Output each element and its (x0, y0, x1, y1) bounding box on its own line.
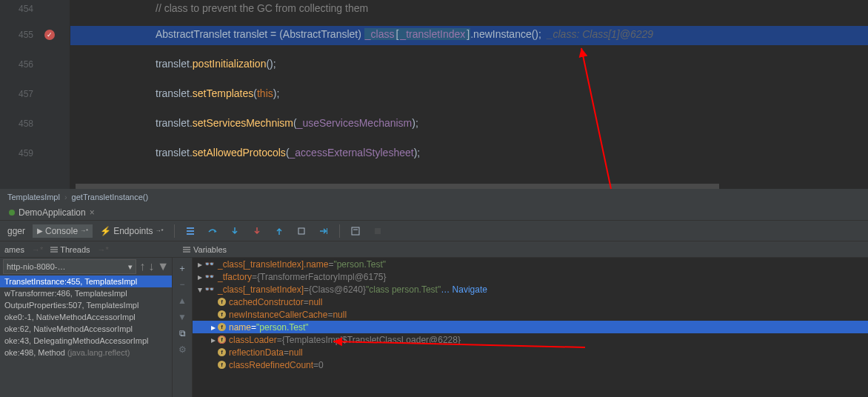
remove-watch-icon[interactable]: − (176, 278, 188, 290)
copy-icon[interactable]: ⧉ (176, 327, 188, 339)
nav-down-icon[interactable]: ↓ (148, 260, 154, 273)
field-icon: f (218, 348, 226, 356)
tab-debugger[interactable]: gger (3, 224, 30, 238)
frames-panel: http-nio-8080-…▾ ↑ ↓ ▼ TransletInstance:… (0, 241, 172, 397)
variable-row[interactable]: fcachedConstructor = null (193, 296, 868, 308)
line-number: 454 (4, 4, 33, 14)
chevron-right-icon: › (64, 193, 67, 201)
tab-frames[interactable]: ames (4, 245, 24, 254)
navigate-link[interactable]: … Navigate (441, 284, 487, 295)
line-number: 455 (4, 30, 33, 40)
code-line[interactable]: translet.setServicesMechnism(_useService… (70, 117, 868, 129)
field-icon: f (218, 310, 226, 318)
svg-rect-1 (187, 230, 194, 232)
svg-rect-3 (298, 228, 304, 234)
force-step-into-icon[interactable] (247, 224, 267, 238)
field-icon: f (218, 336, 226, 344)
run-tabs: DemoApplication × (0, 204, 868, 221)
debug-lower-panel: http-nio-8080-…▾ ↑ ↓ ▼ TransletInstance:… (0, 241, 868, 397)
evaluate-icon[interactable] (346, 224, 365, 238)
field-icon: f (218, 361, 226, 369)
code-line[interactable]: translet.setTemplates(this); (70, 87, 868, 99)
variable-row[interactable]: fnewInstanceCallerCache = null (193, 308, 868, 321)
variable-row[interactable]: ▸👓_tfactory = {TransformerFactoryImpl@61… (193, 270, 868, 283)
filter-icon[interactable]: ▼ (157, 260, 169, 273)
frame-list[interactable]: TransletInstance:455, TemplatesImpl wTra… (0, 276, 172, 358)
disclosure-icon[interactable]: ▸ (209, 322, 218, 333)
svg-rect-5 (352, 227, 359, 235)
field-icon: f (218, 323, 226, 331)
variable-row[interactable]: ▾👓_class[_transletIndex] = {Class@6240} … (193, 283, 868, 296)
variable-row[interactable]: freflectionData = null (193, 346, 868, 358)
tab-console[interactable]: ▶Console→* (33, 224, 93, 238)
nav-up-icon[interactable]: ↑ (139, 260, 145, 273)
tab-endpoints[interactable]: ⚡Endpoints→* (96, 224, 168, 238)
disclosure-icon[interactable]: ▸ (196, 259, 204, 270)
add-watch-icon[interactable]: ＋ (176, 262, 188, 274)
debug-toolbar: gger ▶Console→* ⚡Endpoints→* (0, 221, 868, 241)
lower-tabs: ames →* Threads →* Variables (0, 241, 868, 258)
disclosure-icon[interactable]: ▸ (209, 335, 218, 345)
svg-rect-7 (375, 228, 381, 234)
step-out-icon[interactable] (270, 224, 289, 238)
line-number: 459 (4, 148, 33, 159)
code-line[interactable]: translet.postInitialization(); (70, 58, 868, 70)
endpoints-icon: ⚡ (100, 226, 111, 236)
drop-frame-icon[interactable] (292, 224, 311, 238)
step-over-icon[interactable] (203, 224, 222, 238)
spring-icon (9, 210, 15, 216)
variables-toolbar: ＋ − ▲ ▼ ⧉ ⚙ (172, 241, 193, 397)
watch-icon: 👓 (204, 259, 215, 269)
watch-icon: 👓 (204, 272, 215, 281)
code-line[interactable]: translet.setAllowedProtocols(_accessExte… (70, 147, 868, 159)
svg-rect-2 (187, 233, 194, 235)
code-line[interactable]: // class to prevent the GC from collecti… (70, 2, 868, 14)
stack-frame[interactable]: wTransformer:486, TemplatesImpl (0, 287, 172, 299)
move-up-icon[interactable]: ▲ (176, 295, 188, 307)
variables-tree[interactable]: ▸👓_class[_transletIndex].name = "person.… (193, 241, 868, 397)
stack-frame[interactable]: oke:43, DelegatingMethodAccessorImpl (0, 335, 172, 347)
field-icon: f (218, 298, 226, 306)
svg-rect-0 (187, 227, 194, 229)
stack-frame[interactable]: oke0:-1, NativeMethodAccessorImpl (0, 311, 172, 323)
disclosure-icon[interactable]: ▸ (196, 272, 204, 282)
inlay-hint: _class: Class[1]@6229 (547, 28, 653, 40)
breadcrumb-item[interactable]: getTransletInstance() (72, 193, 149, 201)
chevron-down-icon: ▾ (128, 262, 133, 272)
stack-frame[interactable]: oke:498, Method (java.lang.reflect) (0, 347, 172, 358)
close-icon[interactable]: × (90, 207, 95, 218)
breadcrumb-item[interactable]: TemplatesImpl (7, 193, 60, 201)
code-line[interactable]: AbstractTranslet translet = (AbstractTra… (70, 28, 868, 40)
line-number: 458 (4, 119, 33, 129)
code-editor[interactable]: 454 455 456 457 458 459 // class to prev… (0, 0, 868, 189)
gutter: 454 455 456 457 458 459 (0, 0, 70, 189)
terminal-icon: ▶ (37, 227, 43, 235)
run-to-cursor-icon[interactable] (314, 224, 333, 238)
thread-dropdown[interactable]: http-nio-8080-…▾ (3, 259, 136, 274)
stack-frame[interactable]: oke:62, NativeMethodAccessorImpl (0, 323, 172, 335)
move-down-icon[interactable]: ▼ (176, 311, 188, 323)
tab-variables[interactable]: Variables (183, 245, 227, 254)
tab-threads[interactable]: Threads (50, 245, 90, 254)
run-tab[interactable]: DemoApplication × (6, 206, 98, 219)
watch-icon: 👓 (204, 284, 215, 294)
line-number: 456 (4, 59, 33, 70)
variable-row[interactable]: fclassRedefinedCount = 0 (193, 358, 868, 371)
stack-frame[interactable]: TransletInstance:455, TemplatesImpl (0, 276, 172, 287)
settings-icon[interactable]: ⚙ (176, 344, 188, 356)
svg-rect-4 (327, 228, 327, 234)
stack-frame[interactable]: OutputProperties:507, TemplatesImpl (0, 299, 172, 311)
step-into-icon[interactable] (225, 224, 244, 238)
variable-row[interactable]: ▸fclassLoader = {TemplatesImpl$TransletC… (193, 333, 868, 346)
breadcrumb[interactable]: TemplatesImpl › getTransletInstance() (0, 189, 868, 204)
variable-row[interactable]: ▸fname = "person.Test" (193, 321, 868, 333)
line-number: 457 (4, 89, 33, 99)
variable-row[interactable]: ▸👓_class[_transletIndex].name = "person.… (193, 258, 868, 270)
breakpoint-icon[interactable] (44, 30, 55, 40)
disclosure-icon[interactable]: ▾ (196, 284, 204, 295)
stack-icon[interactable] (181, 224, 200, 238)
trace-icon[interactable] (368, 224, 387, 238)
